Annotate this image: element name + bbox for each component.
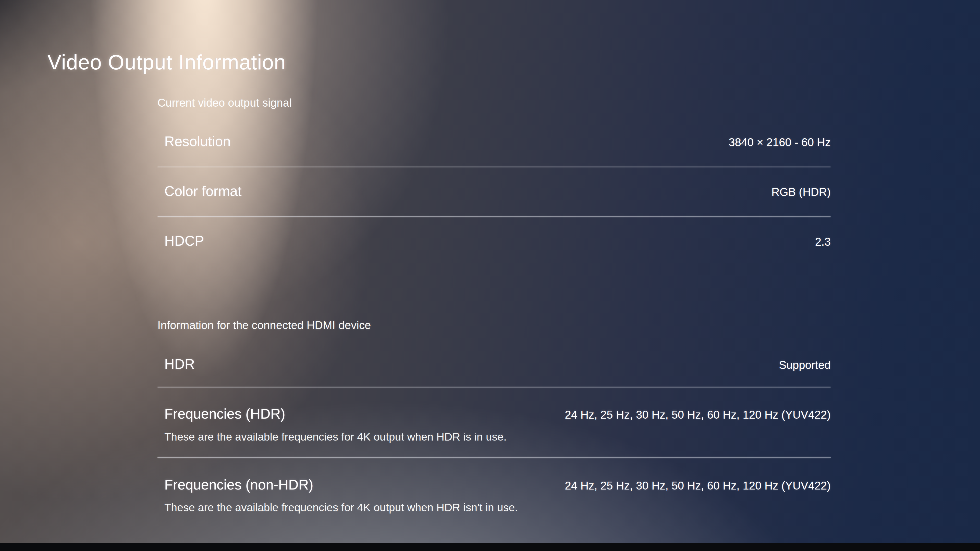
row-hdr-value: Supported bbox=[779, 359, 831, 372]
row-frequencies-non-hdr-value: 24 Hz, 25 Hz, 30 Hz, 50 Hz, 60 Hz, 120 H… bbox=[565, 479, 831, 492]
row-resolution: Resolution 3840 × 2160 - 60 Hz bbox=[164, 133, 831, 149]
row-hdcp-label: HDCP bbox=[164, 233, 204, 249]
video-output-information-screen: Video Output Information Current video o… bbox=[0, 0, 980, 551]
screen-bottom-bezel bbox=[0, 543, 980, 551]
divider bbox=[158, 216, 831, 217]
divider bbox=[158, 167, 831, 167]
row-color-format-value: RGB (HDR) bbox=[772, 186, 831, 198]
divider bbox=[158, 387, 831, 387]
row-hdcp: HDCP 2.3 bbox=[164, 233, 831, 249]
row-resolution-label: Resolution bbox=[164, 133, 231, 149]
row-frequencies-hdr-label: Frequencies (HDR) bbox=[164, 406, 285, 422]
section-label-current-video-output-signal: Current video output signal bbox=[158, 97, 292, 109]
row-frequencies-non-hdr: Frequencies (non-HDR) 24 Hz, 25 Hz, 30 H… bbox=[164, 476, 831, 493]
row-frequencies-hdr-description: These are the available frequencies for … bbox=[164, 430, 507, 443]
row-frequencies-hdr: Frequencies (HDR) 24 Hz, 25 Hz, 30 Hz, 5… bbox=[164, 406, 831, 422]
row-color-format-label: Color format bbox=[164, 183, 242, 199]
row-resolution-value: 3840 × 2160 - 60 Hz bbox=[729, 136, 831, 149]
divider bbox=[158, 457, 831, 458]
section-label-connected-hdmi-device: Information for the connected HDMI devic… bbox=[158, 319, 371, 332]
row-hdr-label: HDR bbox=[164, 356, 195, 372]
row-frequencies-non-hdr-label: Frequencies (non-HDR) bbox=[164, 476, 313, 493]
row-hdcp-value: 2.3 bbox=[815, 235, 831, 248]
row-frequencies-hdr-value: 24 Hz, 25 Hz, 30 Hz, 50 Hz, 60 Hz, 120 H… bbox=[565, 408, 831, 421]
row-hdr: HDR Supported bbox=[164, 356, 831, 372]
row-color-format: Color format RGB (HDR) bbox=[164, 183, 831, 199]
settings-content: Current video output signal Resolution 3… bbox=[158, 0, 831, 551]
row-frequencies-non-hdr-description: These are the available frequencies for … bbox=[164, 501, 518, 514]
